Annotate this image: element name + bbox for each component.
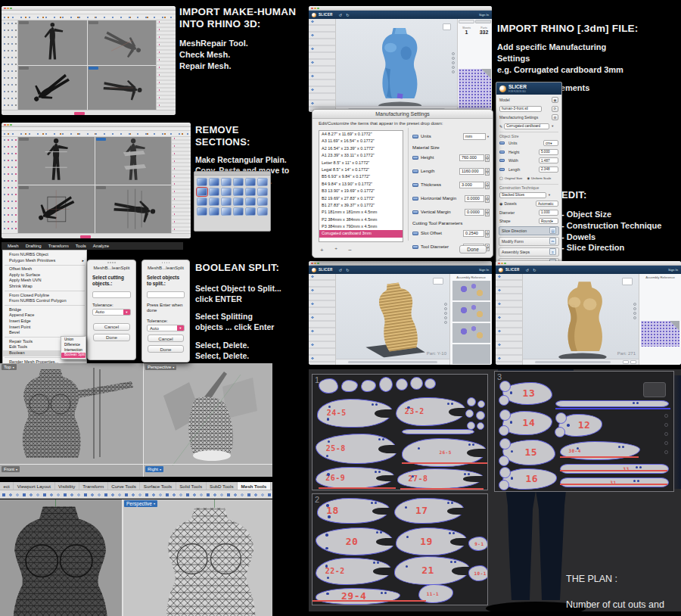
assembly-thumbnail[interactable]: [452, 302, 490, 322]
submenu-item-union[interactable]: Union: [61, 338, 86, 343]
palette-icon[interactable]: [233, 207, 244, 216]
sign-in-link[interactable]: Sign In: [479, 13, 489, 17]
maximize-icon[interactable]: [10, 8, 12, 10]
close-icon[interactable]: [4, 8, 6, 10]
viewport-label-active[interactable]: [89, 67, 98, 70]
tab-partial[interactable]: ect: [0, 482, 14, 490]
menu-item[interactable]: From NURBS Object: [3, 252, 86, 258]
tab-transform[interactable]: Transform: [79, 482, 108, 490]
toolbar[interactable]: [2, 131, 191, 137]
dialog-input[interactable]: [92, 291, 131, 298]
preset-item[interactable]: B5 6.93" x 9.84" x 0.1772": [319, 173, 403, 180]
submenu-item-boolean-split[interactable]: Boolean Split: [61, 353, 86, 358]
dowels-select[interactable]: Automatic: [536, 201, 558, 207]
viewport-label-perspective[interactable]: Perspective: [145, 364, 176, 370]
minimize-icon[interactable]: [314, 263, 316, 265]
palette-icon[interactable]: [233, 198, 244, 206]
slice-direction-button[interactable]: Slice Direction▤: [499, 226, 559, 235]
submenu-item-intersection[interactable]: Intersection: [61, 348, 86, 353]
palette-icon[interactable]: [233, 178, 244, 186]
viewport-perspective[interactable]: [95, 137, 172, 185]
toolbar[interactable]: [2, 14, 176, 20]
submenu-item-difference[interactable]: Difference: [61, 343, 86, 348]
menu-item[interactable]: Insert Edge: [3, 319, 86, 325]
preset-item[interactable]: A3 11.69" x 16.54" x 0.1772": [319, 138, 403, 145]
menu-item[interactable]: Shrink Wrap: [3, 284, 86, 290]
viewer-tool-icon[interactable]: [664, 441, 668, 445]
slider[interactable]: [348, 361, 437, 363]
original-size-radio[interactable]: ◯: [499, 176, 503, 180]
menu-item[interactable]: Bridge: [3, 307, 86, 313]
slicer-settings-panel[interactable]: [309, 274, 336, 365]
model-file-select[interactable]: human-3-front.stl: [499, 106, 542, 112]
viewport-label[interactable]: [89, 21, 98, 24]
menu-drafting[interactable]: Drafting: [26, 244, 42, 248]
preset-item-selected[interactable]: Corugated cardboard 3mm: [319, 230, 403, 237]
menu-item[interactable]: Polygon Mesh Primitives: [3, 258, 86, 264]
close-icon[interactable]: [311, 8, 313, 10]
palette-icon-selected[interactable]: [197, 188, 207, 196]
vmargin-input[interactable]: 0.0000: [465, 209, 484, 216]
units-select[interactable]: mm: [463, 133, 486, 140]
sign-in-link[interactable]: Sign In: [668, 268, 678, 272]
viewer-tool-icon[interactable]: [664, 450, 668, 454]
palette-icon[interactable]: [209, 188, 219, 196]
palette-icon[interactable]: [209, 178, 219, 186]
preset-item[interactable]: A4 8.27" x 11.69" x 0.1772": [319, 131, 403, 138]
viewer-tool-icon[interactable]: [664, 423, 668, 427]
palette-icon[interactable]: [221, 198, 232, 206]
viewport-label-active[interactable]: [96, 138, 106, 141]
viewport-top[interactable]: [18, 20, 87, 65]
add-remove-preset-buttons[interactable]: + ⁺ −: [320, 247, 356, 254]
length-input[interactable]: 1160.000: [459, 168, 484, 175]
maximize-icon[interactable]: [317, 263, 319, 265]
viewport-perspective-wire[interactable]: [144, 363, 272, 477]
assembly-thumbnail[interactable]: [452, 344, 490, 364]
preset-item[interactable]: P2 384mm x 384mm x 4.5mm: [319, 216, 403, 223]
layers-panel[interactable]: [171, 137, 191, 233]
minimize-icon[interactable]: [501, 263, 503, 265]
layers-panel[interactable]: [156, 20, 176, 110]
palette-icon[interactable]: [209, 207, 219, 216]
menu-transform[interactable]: Transform: [48, 244, 69, 248]
preset-item[interactable]: B2 19.69" x 27.83" x 0.1772": [319, 195, 403, 202]
palette-icon[interactable]: [221, 178, 232, 186]
menu-mesh[interactable]: Mesh: [8, 244, 19, 248]
palette-icon[interactable]: [197, 178, 207, 186]
tab-viewport-layout[interactable]: Viewport Layout: [14, 482, 54, 490]
close-icon[interactable]: [4, 124, 6, 126]
slot-offset-input[interactable]: 0.2540: [463, 230, 484, 237]
stepper[interactable]: ▲▼: [485, 209, 490, 216]
preset-item[interactable]: B4 9.84" x 13.90" x 0.1772": [319, 181, 403, 188]
hmargin-input[interactable]: 0.0000: [465, 195, 484, 202]
tab-surface-tools[interactable]: Surface Tools: [140, 482, 176, 490]
diameter-input[interactable]: 1.000: [539, 210, 558, 216]
viewport-front[interactable]: [18, 185, 95, 233]
thickness-input[interactable]: 3.000: [459, 182, 484, 188]
view-cube[interactable]: [622, 278, 633, 285]
slicer-settings-panel[interactable]: [309, 19, 336, 112]
palette-icon[interactable]: [245, 198, 256, 206]
assembly-thumbnail[interactable]: [452, 323, 490, 343]
viewport-label-top[interactable]: Top: [2, 364, 17, 370]
palette-icon[interactable]: [221, 188, 232, 196]
viewport-divider[interactable]: [0, 464, 272, 465]
preset-item[interactable]: B3 13.90" x 19.69" x 0.1772": [319, 188, 403, 194]
tolerance-select[interactable]: Auto▾: [147, 325, 185, 331]
viewport-label[interactable]: [19, 186, 29, 189]
canvas-toolbar[interactable]: [452, 51, 455, 75]
width-input[interactable]: 1.487: [539, 157, 558, 163]
slicer-canvas[interactable]: Part: Y-10: [336, 274, 449, 365]
dialog-input[interactable]: [147, 291, 185, 298]
bottom-button[interactable]: [630, 360, 636, 364]
minimize-icon[interactable]: [314, 8, 316, 10]
view-cube[interactable]: [443, 23, 451, 30]
slicer-canvas[interactable]: [336, 19, 457, 112]
shape-select[interactable]: Round ▾: [539, 218, 558, 224]
close-icon[interactable]: [311, 263, 313, 265]
tab-curve-tools[interactable]: Curve Tools: [108, 482, 141, 490]
tab-mesh-tools-active[interactable]: Mesh Tools: [238, 482, 271, 490]
palette-icon[interactable]: [257, 188, 268, 196]
modify-form-button[interactable]: Modify Form✏: [499, 237, 559, 246]
preset-item[interactable]: P3 384mm x 790mm x 4.5mm: [319, 223, 403, 230]
